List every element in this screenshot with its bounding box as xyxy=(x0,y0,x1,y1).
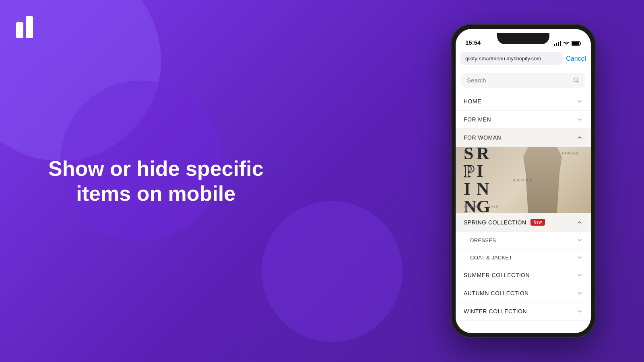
menu-item-coat-jacket[interactable]: COAT & JACKET xyxy=(456,249,591,266)
svg-rect-0 xyxy=(16,22,23,38)
menu-item-summer-collection[interactable]: SUMMER COLLECTION xyxy=(456,266,591,284)
menu-item-autumn-collection[interactable]: AUTUMN COLLECTION xyxy=(456,284,591,302)
winter-collection-label: WINTER COLLECTION xyxy=(464,308,527,315)
logo-icon xyxy=(16,16,36,38)
phone-container: 15:54 xyxy=(451,12,596,350)
logo xyxy=(16,16,36,38)
chevron-up-icon xyxy=(576,134,583,141)
wifi-icon xyxy=(563,41,570,46)
spring-collection-label: SPRING COLLECTION xyxy=(464,219,526,226)
menu-item-for-woman[interactable]: FOR WOMAN xyxy=(456,129,591,147)
chevron-down-icon xyxy=(576,237,583,243)
status-time: 15:54 xyxy=(465,39,481,46)
fashion-image-inner: 2019 —SPRING S R P I I N N xyxy=(456,147,591,213)
fashion-image: 2019 —SPRING S R P I I N N xyxy=(456,147,591,213)
new-badge: New xyxy=(530,219,545,226)
spring-n2: N xyxy=(477,180,490,198)
signal-icon xyxy=(554,41,561,46)
menu-item-spring-collection[interactable]: SPRING COLLECTION New xyxy=(456,213,591,232)
coat-jacket-label: COAT & JACKET xyxy=(470,255,512,261)
dresses-label: DRESSES xyxy=(470,237,496,243)
menu-item-winter-collection[interactable]: WINTER COLLECTION xyxy=(456,302,591,321)
spring-p: P xyxy=(464,162,477,180)
menu-item-for-woman-label: FOR WOMAN xyxy=(464,134,501,141)
headline-text: Show or hide specific xyxy=(48,157,264,180)
chevron-down-icon xyxy=(576,308,583,315)
url-text: qikify-smartmenu.myshopify.com xyxy=(465,56,541,62)
menu-item-home[interactable]: HOME xyxy=(456,93,591,111)
url-bar[interactable]: qikify-smartmenu.myshopify.com xyxy=(460,52,563,65)
svg-rect-4 xyxy=(558,42,559,46)
svg-rect-1 xyxy=(26,16,33,38)
menu-item-for-men[interactable]: FOR MEN xyxy=(456,111,591,129)
chevron-down-icon xyxy=(576,272,583,278)
menu-item-for-men-label: FOR MEN xyxy=(464,116,491,123)
headline-text-2: items on mobile xyxy=(76,182,235,205)
chevron-down-icon xyxy=(576,290,583,296)
chevron-down-icon xyxy=(576,98,583,105)
summer-collection-label: SUMMER COLLECTION xyxy=(464,272,530,278)
svg-rect-7 xyxy=(580,43,581,45)
spring-s: S xyxy=(464,147,477,162)
menu-item-dresses[interactable]: DRESSES xyxy=(456,232,591,249)
chevron-up-icon xyxy=(576,219,583,226)
phone-screen: 15:54 xyxy=(456,29,591,333)
spring-r: R xyxy=(477,147,490,162)
spring-left: SPRING COLLECTION New xyxy=(464,219,545,226)
browser-bar: qikify-smartmenu.myshopify.com Cancel xyxy=(456,49,591,68)
svg-rect-8 xyxy=(572,42,579,45)
menu-content: Search HOME FOR MEN xyxy=(456,68,591,333)
menu-item-home-label: HOME xyxy=(464,98,481,105)
chevron-down-icon xyxy=(576,116,583,123)
blob-decoration-3 xyxy=(262,201,402,342)
chevron-down-icon xyxy=(576,254,583,261)
svg-rect-3 xyxy=(556,43,557,46)
svg-rect-5 xyxy=(560,41,561,46)
cancel-button[interactable]: Cancel xyxy=(566,55,586,62)
grove-text: GROVE xyxy=(513,178,534,182)
battery-icon xyxy=(572,41,581,46)
search-input-text: Search xyxy=(467,77,570,84)
search-bar[interactable]: Search xyxy=(461,73,585,88)
spring-i: I xyxy=(464,180,477,198)
autumn-collection-label: AUTUMN COLLECTION xyxy=(464,290,529,296)
svg-line-10 xyxy=(578,81,579,83)
spring-small-text: SPRING — 2019 xyxy=(464,205,499,208)
status-icons xyxy=(554,41,581,46)
search-icon xyxy=(573,77,580,84)
phone-notch xyxy=(497,33,549,44)
headline: Show or hide specific items on mobile xyxy=(48,156,264,206)
phone-mockup: 15:54 xyxy=(451,24,596,338)
svg-rect-2 xyxy=(554,44,555,46)
spring-i2: I xyxy=(477,162,490,180)
